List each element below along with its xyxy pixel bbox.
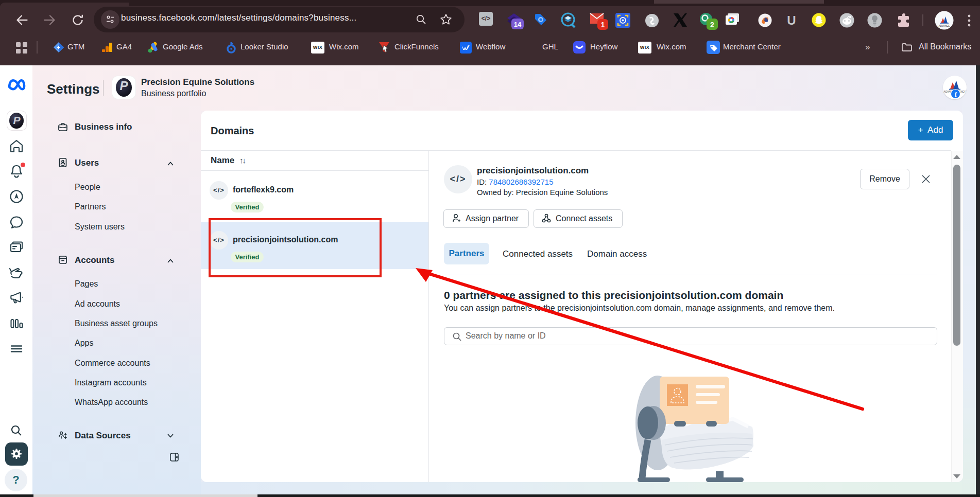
svg-text:1: 1 — [601, 21, 605, 29]
svg-text:14: 14 — [514, 21, 522, 28]
svg-text:2: 2 — [710, 21, 714, 29]
svg-text:ADVANCE: ADVANCE — [939, 25, 950, 27]
svg-text:f: f — [955, 91, 957, 98]
